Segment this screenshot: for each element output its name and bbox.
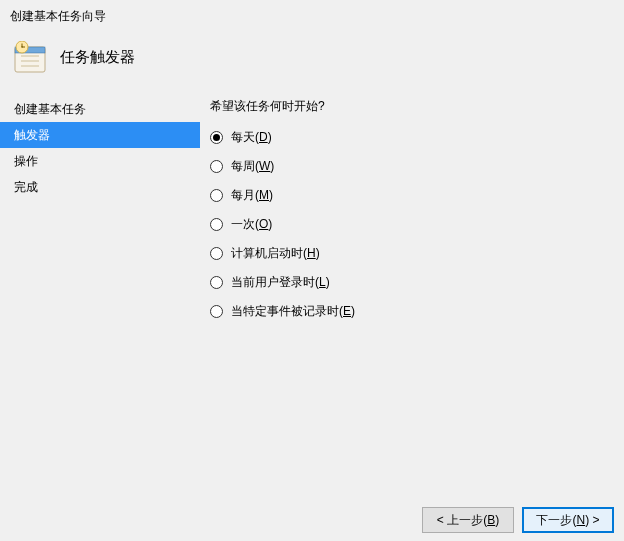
radio-label: 每天(D) xyxy=(231,129,272,146)
radio-indicator xyxy=(210,131,223,144)
trigger-option-h[interactable]: 计算机启动时(H) xyxy=(210,245,614,262)
wizard-content: 希望该任务何时开始? 每天(D)每周(W)每月(M)一次(O)计算机启动时(H)… xyxy=(200,96,624,493)
sidebar-item-1[interactable]: 触发器 xyxy=(0,122,200,148)
radio-indicator xyxy=(210,160,223,173)
content-heading: 希望该任务何时开始? xyxy=(210,96,614,115)
radio-indicator xyxy=(210,218,223,231)
radio-label: 当前用户登录时(L) xyxy=(231,274,330,291)
window-title: 创建基本任务向导 xyxy=(0,0,624,33)
wizard-step-title: 任务触发器 xyxy=(60,48,135,67)
radio-indicator xyxy=(210,305,223,318)
wizard-sidebar: 创建基本任务触发器操作完成 xyxy=(0,96,200,493)
sidebar-item-3[interactable]: 完成 xyxy=(0,174,200,200)
wizard-header: 任务触发器 xyxy=(0,33,624,91)
radio-label: 每周(W) xyxy=(231,158,274,175)
wizard-body: 创建基本任务触发器操作完成 希望该任务何时开始? 每天(D)每周(W)每月(M)… xyxy=(0,96,624,493)
trigger-option-m[interactable]: 每月(M) xyxy=(210,187,614,204)
sidebar-item-2[interactable]: 操作 xyxy=(0,148,200,174)
next-button[interactable]: 下一步(N) > xyxy=(522,507,614,533)
trigger-option-e[interactable]: 当特定事件被记录时(E) xyxy=(210,303,614,320)
svg-point-8 xyxy=(21,46,23,48)
back-button[interactable]: < 上一步(B) xyxy=(422,507,514,533)
trigger-option-d[interactable]: 每天(D) xyxy=(210,129,614,146)
wizard-footer: < 上一步(B) 下一步(N) > xyxy=(422,507,614,533)
radio-label: 当特定事件被记录时(E) xyxy=(231,303,355,320)
radio-indicator xyxy=(210,276,223,289)
schedule-icon xyxy=(14,41,46,73)
trigger-radio-group: 每天(D)每周(W)每月(M)一次(O)计算机启动时(H)当前用户登录时(L)当… xyxy=(210,129,614,320)
sidebar-item-0[interactable]: 创建基本任务 xyxy=(0,96,200,122)
radio-label: 一次(O) xyxy=(231,216,272,233)
trigger-option-o[interactable]: 一次(O) xyxy=(210,216,614,233)
radio-indicator xyxy=(210,189,223,202)
radio-label: 计算机启动时(H) xyxy=(231,245,320,262)
trigger-option-l[interactable]: 当前用户登录时(L) xyxy=(210,274,614,291)
radio-label: 每月(M) xyxy=(231,187,273,204)
trigger-option-w[interactable]: 每周(W) xyxy=(210,158,614,175)
radio-indicator xyxy=(210,247,223,260)
